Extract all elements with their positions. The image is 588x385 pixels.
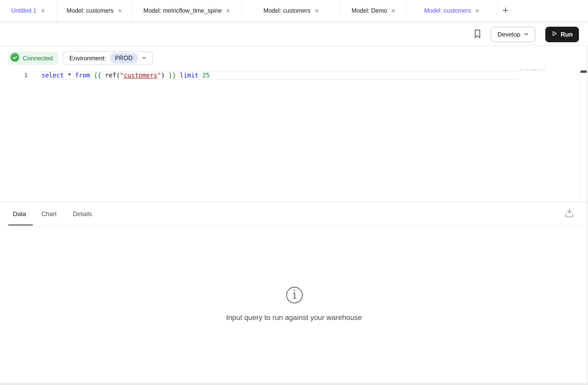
download-button[interactable] [564,207,574,220]
toolbar: Develop Run [0,23,588,45]
tab-model-customers-3[interactable]: Model: customers [407,0,498,22]
empty-state-message: Input query to run against your warehous… [0,313,588,322]
tab-model-customers-1[interactable]: Model: customers [57,0,133,22]
close-icon[interactable] [225,8,231,13]
tab-bar: Untitled 1 Model: customers Model: metri… [0,0,588,22]
tab-label: Model: customers [67,7,114,14]
download-icon [564,215,574,219]
results-tabs-border [0,226,588,226]
sql-editor-active-line[interactable]: select * from {{ ref("customers") }} lim… [40,71,518,80]
toolbar-divider [0,45,588,46]
bookmark-button[interactable] [474,29,481,39]
scrollbar-thumb[interactable] [580,70,587,73]
ref-model-link[interactable]: customers [124,72,157,79]
play-icon [552,31,557,38]
environment-selector[interactable]: Environment: PROD [63,51,153,65]
close-icon[interactable] [475,8,480,13]
chevron-down-icon [142,55,146,61]
scrollbar-track[interactable] [587,46,588,383]
connected-label: Connected [23,55,53,62]
develop-button[interactable]: Develop [491,27,535,42]
tab-label: Model: customers [424,7,471,14]
new-tab-button[interactable] [498,0,513,22]
close-icon[interactable] [314,8,319,13]
run-button-label: Run [561,31,573,38]
results-panel-divider [0,202,588,203]
environment-label: Environment: [69,55,106,62]
bookmark-icon [474,29,481,39]
bottom-scrollbar-track[interactable] [0,383,588,385]
check-circle-icon [10,53,19,63]
tab-label: Model: customers [263,7,311,14]
minimap[interactable]: select * from {{ ref("customers") }} lim… [520,69,545,70]
tab-model-metricflow-time-spine[interactable]: Model: metricflow_time_spine [133,0,242,22]
tab-label: Model: Demo [352,7,387,14]
tab-data[interactable]: Data [13,210,26,218]
environment-value-pill: PROD [110,53,138,63]
tab-model-demo[interactable]: Model: Demo [341,0,407,22]
info-icon: i [285,286,304,305]
tab-label: Model: metricflow_time_spine [143,7,222,14]
develop-button-label: Develop [497,31,520,38]
close-icon[interactable] [391,8,396,13]
connected-status-badge: Connected [8,52,58,65]
chevron-down-icon [524,31,529,38]
status-row: Connected Environment: PROD [8,51,153,65]
minimap-border [580,70,580,201]
code-token: select [41,72,64,79]
close-icon[interactable] [40,8,46,13]
plus-icon [502,6,509,15]
ide-window: Untitled 1 Model: customers Model: metri… [0,0,588,385]
tab-chart[interactable]: Chart [41,210,57,218]
tab-label: Untitled 1 [11,7,36,14]
run-button[interactable]: Run [545,27,579,42]
svg-text:i: i [293,288,297,302]
tab-model-customers-2[interactable]: Model: customers [242,0,341,22]
tab-details[interactable]: Details [73,210,92,218]
line-number: 1 [22,72,30,79]
tab-untitled-1[interactable]: Untitled 1 [0,0,57,22]
close-icon[interactable] [117,8,123,13]
